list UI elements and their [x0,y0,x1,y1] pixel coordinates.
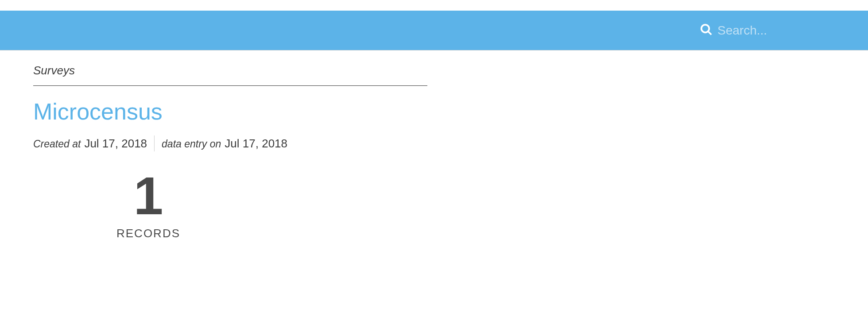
records-block: 1 RECORDS [33,169,264,240]
data-entry-label: data entry on [162,138,221,150]
search-icon [700,23,713,38]
records-label: RECORDS [33,227,264,240]
created-at-value: Jul 17, 2018 [84,137,147,151]
created-at-item: Created at Jul 17, 2018 [33,137,147,151]
svg-line-1 [708,31,712,35]
top-bar [0,11,868,50]
data-entry-value: Jul 17, 2018 [225,137,287,151]
search-container [700,23,850,38]
created-at-label: Created at [33,138,81,150]
content: Surveys Microcensus Created at Jul 17, 2… [0,50,868,254]
meta-divider [154,135,155,151]
breadcrumb[interactable]: Surveys [33,64,427,86]
meta-row: Created at Jul 17, 2018 data entry on Ju… [33,135,835,151]
svg-point-0 [701,24,709,32]
data-entry-item: data entry on Jul 17, 2018 [162,137,287,151]
page-title[interactable]: Microcensus [33,98,835,125]
records-count: 1 [33,169,264,222]
search-input[interactable] [717,23,850,38]
